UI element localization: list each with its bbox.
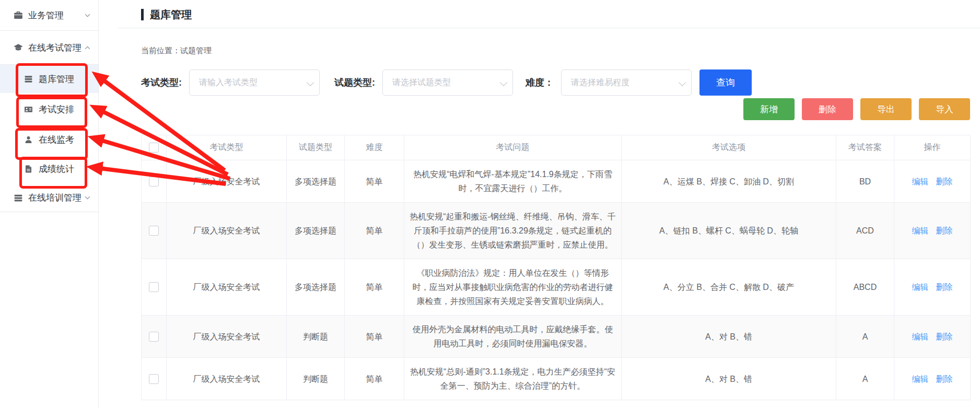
cell-question: 热机安规“总则-通则”3.1.1条规定，电力生产必须坚持“安全第一、预防为主、综… — [404, 358, 622, 400]
add-button[interactable]: 新增 — [743, 98, 795, 120]
cell-question-type: 判断题 — [287, 316, 345, 358]
edit-link[interactable]: 编辑 — [912, 283, 929, 292]
question-bank-icon — [24, 75, 33, 84]
sidebar-item-label: 在线培训管理 — [28, 192, 81, 204]
briefcase-icon — [14, 10, 23, 20]
cell-difficulty: 简单 — [345, 316, 404, 358]
export-button[interactable]: 导出 — [860, 98, 912, 120]
column-header-options: 考试选项 — [622, 135, 836, 160]
sidebar-item-label: 考试安排 — [39, 103, 74, 115]
difficulty-select[interactable] — [561, 69, 692, 96]
cell-options: A、对 B、错 — [622, 316, 836, 358]
sidebar-item-online-exam-management[interactable]: 在线考试管理 — [0, 31, 98, 64]
sidebar-item-online-proctor[interactable]: 在线监考 — [0, 125, 98, 154]
exam-schedule-icon — [24, 105, 33, 114]
header-divider — [118, 28, 980, 28]
sidebar: 业务管理 在线考试管理 题库管理 考试安排 — [0, 0, 99, 408]
chevron-down-icon — [84, 194, 91, 201]
question-type-select-field[interactable] — [391, 77, 493, 88]
delete-link[interactable]: 删除 — [936, 177, 953, 186]
cell-exam-type: 厂级入场安全考试 — [167, 316, 287, 358]
cell-answer: BD — [836, 160, 894, 203]
cell-options: A、链扣 B、螺杆 C、蜗母轮 D、轮轴 — [622, 203, 836, 259]
edit-link[interactable]: 编辑 — [912, 226, 929, 235]
row-checkbox[interactable] — [149, 226, 159, 236]
delete-link[interactable]: 删除 — [936, 332, 953, 341]
cell-operations: 编辑删除 — [894, 160, 971, 203]
cell-answer: A — [836, 358, 894, 400]
cell-question: 热机安规“电焊和气焊-基本规定”14.1.9条规定，下雨雪时，不宜露天进行（）工… — [404, 160, 622, 203]
column-header-difficulty: 难度 — [345, 135, 404, 160]
cell-question-type: 多项选择题 — [287, 203, 345, 259]
table-header-row: 考试类型 试题类型 难度 考试问题 考试选项 考试答案 操作 — [142, 135, 971, 160]
table-row: 厂级入场安全考试多项选择题简单热机安规“起重和搬运-钢丝绳、纤维绳、吊钩、滑车、… — [142, 203, 971, 259]
sidebar-item-business-management[interactable]: 业务管理 — [0, 0, 98, 30]
cell-question-type: 多项选择题 — [287, 259, 345, 316]
chevron-down-icon — [84, 12, 91, 19]
row-checkbox[interactable] — [149, 332, 159, 342]
delete-link[interactable]: 删除 — [936, 375, 953, 383]
cell-question-type: 判断题 — [287, 358, 345, 400]
chevron-down-icon — [307, 79, 314, 86]
cell-question-type: 多项选择题 — [287, 160, 345, 203]
import-button[interactable]: 导入 — [919, 98, 970, 120]
cell-question: 使用外壳为金属材料的电动工具时，应戴绝缘手套。使用电动工具时，必须同时使用漏电保… — [404, 316, 622, 358]
page-header: 题库管理 — [141, 7, 970, 22]
column-header-question: 考试问题 — [404, 135, 622, 160]
sidebar-item-exam-schedule[interactable]: 考试安排 — [0, 95, 98, 123]
cell-operations: 编辑删除 — [894, 203, 971, 259]
delete-link[interactable]: 删除 — [936, 283, 953, 292]
sidebar-item-label: 在线监考 — [39, 134, 74, 146]
filter-bar: 考试类型: 试题类型: 难度： 查询 — [141, 69, 970, 96]
cell-answer: ABCD — [836, 259, 894, 316]
delete-link[interactable]: 删除 — [936, 226, 953, 235]
cell-answer: ACD — [836, 203, 894, 259]
proctor-person-icon — [24, 135, 33, 144]
query-button[interactable]: 查询 — [699, 69, 752, 96]
column-header-exam-type: 考试类型 — [167, 135, 287, 160]
select-all-checkbox[interactable] — [149, 143, 159, 153]
cell-options: A、分立 B、合并 C、解散 D、破产 — [622, 259, 836, 316]
cell-exam-type: 厂级入场安全考试 — [167, 259, 287, 316]
page-title: 题库管理 — [150, 7, 192, 22]
sidebar-item-label: 成绩统计 — [39, 163, 74, 175]
cell-options: A、对 B、错 — [622, 358, 836, 400]
question-type-select[interactable] — [382, 69, 513, 96]
chevron-down-icon — [500, 79, 507, 86]
cell-question: 热机安规“起重和搬运-钢丝绳、纤维绳、吊钩、滑车、千斤顶和手拉葫芦的使用”16.… — [404, 203, 622, 259]
cell-options: A、运煤 B、焊接 C、卸油 D、切割 — [622, 160, 836, 203]
sidebar-item-score-statistics[interactable]: 成绩统计 — [0, 155, 98, 183]
column-header-answer: 考试答案 — [836, 135, 894, 160]
row-checkbox[interactable] — [149, 177, 159, 186]
breadcrumb: 当前位置：试题管理 — [141, 46, 970, 56]
exam-type-input-field[interactable] — [198, 77, 299, 88]
cell-operations: 编辑删除 — [894, 259, 971, 316]
question-table: 考试类型 试题类型 难度 考试问题 考试选项 考试答案 操作 厂级入场安全考试多… — [141, 135, 970, 400]
sidebar-item-online-training-management[interactable]: 在线培训管理 — [0, 184, 98, 212]
difficulty-select-field[interactable] — [570, 77, 671, 88]
cell-difficulty: 简单 — [345, 160, 404, 203]
cell-exam-type: 厂级入场安全考试 — [167, 160, 287, 203]
edit-link[interactable]: 编辑 — [912, 375, 929, 383]
edit-link[interactable]: 编辑 — [912, 177, 929, 186]
table-row: 厂级入场安全考试多项选择题简单《职业病防治法》规定：用人单位在发生（）等情形时，… — [142, 259, 971, 316]
chevron-up-icon — [84, 44, 91, 51]
page: 业务管理 在线考试管理 题库管理 考试安排 — [0, 0, 980, 408]
cell-exam-type: 厂级入场安全考试 — [167, 358, 287, 400]
cell-operations: 编辑删除 — [894, 316, 971, 358]
row-checkbox[interactable] — [149, 374, 159, 384]
sidebar-divider — [0, 212, 98, 212]
chevron-down-icon — [679, 79, 686, 86]
cell-question: 《职业病防治法》规定：用人单位在发生（）等情形时，应当对从事接触职业病危害的作业… — [404, 259, 622, 316]
column-header-question-type: 试题类型 — [287, 135, 345, 160]
sidebar-item-label: 题库管理 — [39, 73, 74, 85]
training-list-icon — [14, 193, 23, 203]
sidebar-item-question-bank[interactable]: 题库管理 — [0, 65, 98, 93]
row-checkbox[interactable] — [149, 282, 159, 292]
action-bar: 新增 删除 导出 导入 — [141, 98, 970, 120]
edit-link[interactable]: 编辑 — [912, 332, 929, 341]
delete-button[interactable]: 删除 — [802, 98, 853, 120]
exam-type-input[interactable] — [189, 69, 320, 96]
column-header-operation: 操作 — [894, 135, 971, 160]
difficulty-label: 难度： — [526, 76, 554, 89]
